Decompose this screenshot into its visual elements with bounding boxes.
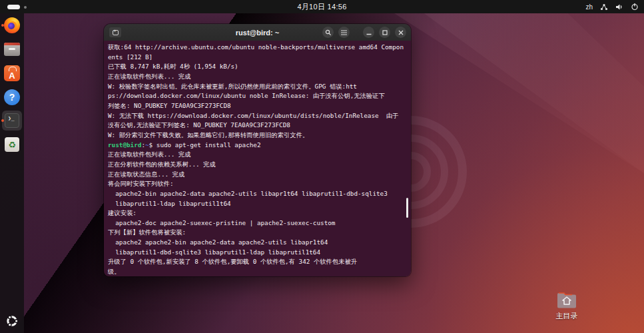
- firefox-running-indicator: [1, 24, 4, 27]
- close-button[interactable]: [395, 27, 406, 38]
- prompt-user-host: rust@bird: [108, 141, 141, 149]
- search-button[interactable]: [322, 27, 334, 38]
- system-status-area[interactable]: zh: [585, 0, 639, 13]
- network-icon: [600, 3, 608, 11]
- terminal-icon-glyph: ❯_: [8, 115, 15, 121]
- terminal-line: ps://download.docker.com/linux/ubuntu no…: [108, 91, 407, 101]
- terminal-line: W: 无法下载 https://download.docker.com/linu…: [108, 111, 407, 121]
- dock-item-app-center[interactable]: A: [0, 65, 24, 81]
- power-icon: [631, 3, 639, 11]
- terminal-line: 级。: [108, 267, 407, 276]
- files-icon: [4, 43, 20, 56]
- terminal-line: 正在读取软件包列表... 完成: [108, 150, 407, 160]
- terminal-line: apache2-bin apache2-data apache2-utils l…: [108, 189, 407, 199]
- terminal-line: 升级了 0 个软件包,新安装了 8 个软件包,要卸载 0 个软件包,有 342 …: [108, 257, 407, 267]
- terminal-line: 正在分析软件包的依赖关系树... 完成: [108, 160, 407, 170]
- terminal-line: 正在读取状态信息... 完成: [108, 170, 407, 180]
- firefox-icon: [4, 17, 20, 33]
- search-icon: [325, 29, 332, 36]
- terminal-icon: ❯_: [5, 113, 19, 128]
- terminal-line: 获取:64 http://archive.ubuntu.com/ubuntu n…: [108, 43, 407, 53]
- terminal-line: 已下载 8,747 kB,耗时 4秒 (1,954 kB/s): [108, 62, 407, 72]
- desktop-icon-home[interactable]: 主目录: [547, 292, 587, 321]
- terminal-line: apache2-doc apache2-suexec-pristine | ap…: [108, 218, 407, 228]
- help-icon: ?: [4, 89, 20, 105]
- minimize-icon: [366, 30, 372, 35]
- terminal-line: 没有公钥,无法验证下列签名: NO_PUBKEY 7EA0A9C3F273FCD…: [108, 121, 407, 131]
- close-icon: [398, 30, 404, 35]
- terminal-line: 下列【新】软件包将被安装:: [108, 228, 407, 238]
- terminal-prompt-line: rust@bird:~$ sudo apt-get install apache…: [108, 141, 407, 151]
- terminal-line: 列签名: NO_PUBKEY 7EA0A9C3F273FCD8: [108, 101, 407, 111]
- volume-icon: [615, 3, 623, 11]
- ubuntu-logo-icon: [4, 313, 20, 329]
- maximize-button[interactable]: [379, 27, 390, 38]
- show-apps-button[interactable]: [0, 313, 24, 329]
- terminal-line: libaprutil1-dbd-sqlite3 libaprutil1-ldap…: [108, 248, 407, 258]
- prompt-command: sudo apt-get install apache2: [153, 141, 260, 149]
- top-bar: 4月10日 14:56 zh: [0, 0, 644, 13]
- terminal-line: W: 部分索引文件下载失败。如果忽略它们,那将转而使用旧的索引文件。: [108, 131, 407, 141]
- terminal-titlebar[interactable]: rust@bird: ~: [104, 24, 411, 41]
- terminal-window: rust@bird: ~: [104, 24, 411, 276]
- dock-item-help[interactable]: ?: [0, 89, 24, 105]
- input-method-indicator[interactable]: zh: [585, 3, 593, 11]
- app-center-letter: A: [9, 70, 15, 81]
- desktop: 4月10日 14:56 zh: [0, 0, 644, 333]
- maximize-icon: [382, 30, 388, 35]
- menu-button[interactable]: [338, 27, 350, 38]
- hamburger-menu-icon: [341, 30, 347, 35]
- trash-icon: ♻: [5, 137, 19, 152]
- home-folder-icon: [556, 292, 577, 309]
- terminal-line: libaprutil1-ldap libaprutil1t64: [108, 199, 407, 209]
- new-tab-button[interactable]: [109, 27, 121, 37]
- new-tab-icon: [113, 30, 119, 35]
- terminal-line: W: 校验数字签名时出错。此仓库未被更新,所以仍然使用此前的索引文件。GPG 错…: [108, 82, 407, 92]
- app-center-icon: A: [4, 65, 20, 81]
- terminal-running-indicator: [1, 119, 4, 122]
- terminal-line: 建议安装:: [108, 208, 407, 218]
- terminal-line: apache2 apache2-bin apache2-data apache2…: [108, 238, 407, 248]
- clock[interactable]: 4月10日 14:56: [0, 2, 644, 12]
- terminal-line: 将会同时安装下列软件:: [108, 179, 407, 189]
- scrollbar-thumb[interactable]: [406, 198, 408, 218]
- dock: A ? ❯_ ♻: [0, 13, 24, 333]
- minimize-button[interactable]: [363, 27, 374, 38]
- home-icon-label: 主目录: [547, 311, 587, 321]
- terminal-line: 正在读取软件包列表... 完成: [108, 72, 407, 82]
- dock-item-trash[interactable]: ♻: [0, 137, 24, 152]
- dock-item-files[interactable]: [0, 43, 24, 56]
- terminal-output[interactable]: 获取:64 http://archive.ubuntu.com/ubuntu n…: [104, 41, 411, 276]
- terminal-line: ents [212 B]: [108, 53, 407, 63]
